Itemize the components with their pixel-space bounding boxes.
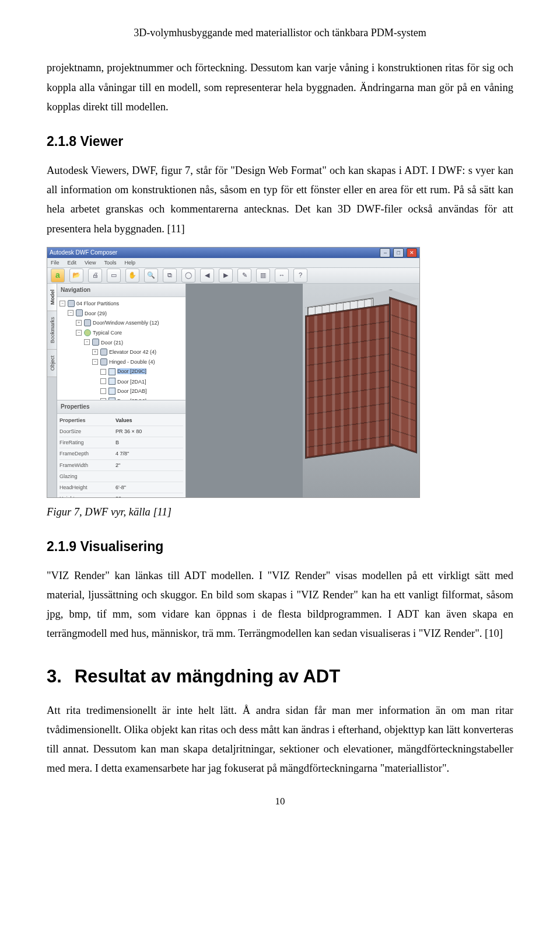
node-icon [92,339,99,346]
property-key: DoorSize [60,427,116,436]
figure-dwf-composer: Autodesk DWF Composer – □ ✕ File Edit Vi… [47,247,420,498]
tree-item[interactable]: +Elevator Door 42 (4) [92,347,184,357]
menu-help[interactable]: Help [124,258,135,267]
props-header-value: Values [116,416,183,425]
tree-item-label: Door (21) [101,339,123,345]
tree-item-label: Door [2DC6] [117,398,146,400]
expand-icon[interactable]: − [60,301,65,306]
node-icon [100,348,107,356]
open-icon[interactable]: 📂 [69,269,83,283]
page-number: 10 [47,793,513,811]
property-value: 6'-8" [116,483,183,492]
property-key: FireRating [60,438,116,447]
heading-3: 3.Resultat av mängdning av ADT [47,660,513,693]
menu-file[interactable]: File [51,258,60,267]
close-icon[interactable]: ✕ [407,248,417,257]
expand-icon[interactable] [100,369,106,375]
intro-paragraph: projektnamn, projektnummer och förteckni… [47,58,513,117]
tree-item[interactable]: −Hinged - Double (4) Door [2D9C] Door [2… [92,357,184,400]
maximize-icon[interactable]: □ [393,248,404,257]
property-row: DoorSizePR 36 × 80 [60,426,183,437]
3d-viewport[interactable] [303,284,419,497]
tree-item-label: Door [2D9C] [117,368,146,374]
app-logo-icon[interactable]: a [51,269,65,283]
property-key: Height [60,494,116,497]
tree-item-label: Door [2DA1] [117,378,146,384]
property-row: HeadHeight6'-8" [60,482,183,493]
property-value: 80 [116,494,183,497]
window-titlebar: Autodesk DWF Composer – □ ✕ [47,248,419,258]
tree-item[interactable]: Door [2DAB] [100,386,184,396]
expand-icon[interactable]: − [92,359,98,365]
expand-icon[interactable] [100,398,106,400]
node-icon [108,398,116,400]
para-219: "VIZ Render" kan länkas till ADT modelle… [47,566,513,644]
node-icon [76,309,83,316]
next-view-icon[interactable]: ▶ [219,269,233,283]
property-row: FrameWidth2" [60,460,183,471]
tree-item[interactable]: −04 Floor Partitions−Door (29)+Door/Wind… [60,298,184,400]
property-key: Glazing [60,472,116,481]
tree-item[interactable]: −Door (29)+Door/Window Assembly (12)−Typ… [68,308,184,400]
sidetab-object[interactable]: Object [47,350,57,377]
expand-icon[interactable] [100,388,106,394]
measure-icon[interactable]: ↔ [275,269,289,283]
property-row: Height80 [60,493,183,497]
navigation-panel: Navigation −04 Floor Partitions−Door (29… [57,284,186,400]
window-buttons: – □ ✕ [379,248,417,258]
node-icon [84,319,91,326]
node-icon [108,378,116,385]
tree-item-label: Hinged - Double (4) [109,359,155,365]
tree-item-label: Door/Window Assembly (12) [93,320,159,326]
print-icon[interactable]: 🖨 [88,269,102,283]
expand-icon[interactable]: + [92,349,98,355]
running-header: 3D-volymhusbyggande med materiallistor o… [47,23,513,42]
help-icon[interactable]: ? [293,269,307,283]
orbit-icon[interactable]: ◯ [181,269,195,283]
tree-item[interactable]: −Door (21)+Elevator Door 42 (4)−Hinged -… [84,337,184,400]
color-icon[interactable]: ▥ [256,269,270,283]
select-icon[interactable]: ▭ [107,269,121,283]
pan-icon[interactable]: ✋ [125,269,139,283]
heading-218: 2.1.8 Viewer [47,130,513,154]
side-tabstrip: Model Bookmarks Object [47,284,57,497]
tree-item[interactable]: +Door/Window Assembly (12) [76,318,184,327]
expand-icon[interactable] [100,378,106,384]
minimize-icon[interactable]: – [380,248,390,257]
node-icon [84,329,91,336]
toolbar: a 📂 🖨 ▭ ✋ 🔍 ⧉ ◯ ◀ ▶ ✎ ▥ ↔ ? [47,268,419,284]
zoom-window-icon[interactable]: ⧉ [163,269,177,283]
building-model [305,286,417,495]
menu-edit[interactable]: Edit [68,258,77,267]
properties-panel: Properties Properties Values DoorSizePR … [57,400,186,497]
expand-icon[interactable]: − [76,330,82,336]
properties-panel-title: Properties [57,400,186,414]
window-title: Autodesk DWF Composer [50,248,117,258]
property-value: 2" [116,461,183,470]
expand-icon[interactable]: − [68,310,74,316]
property-row: Glazing [60,471,183,482]
tree-item[interactable]: Door [2DC6] [100,396,184,400]
property-value: B [116,438,183,447]
tree-item-label: 04 Floor Partitions [76,300,119,306]
heading-219: 2.1.9 Visualisering [47,535,513,559]
tree-item[interactable]: Door [2DA1] [100,377,184,386]
prev-view-icon[interactable]: ◀ [200,269,214,283]
model-tree[interactable]: −04 Floor Partitions−Door (29)+Door/Wind… [57,297,186,400]
expand-icon[interactable]: + [76,320,82,326]
markup-icon[interactable]: ✎ [237,269,251,283]
tree-item-label: Door (29) [85,310,107,316]
menu-tools[interactable]: Tools [104,258,116,267]
sidetab-model[interactable]: Model [47,284,57,311]
tree-item[interactable]: −Typical Core−Door (21)+Elevator Door 42… [76,327,184,400]
expand-icon[interactable]: − [84,339,90,345]
figure-caption: Figur 7, DWF vyr, källa [11] [47,503,513,522]
property-key: HeadHeight [60,483,116,492]
tree-item-label: Elevator Door 42 (4) [109,349,156,355]
para-218: Autodesk Viewers, DWF, figur 7, står för… [47,161,513,239]
sidetab-bookmarks[interactable]: Bookmarks [47,311,57,350]
props-header-key: Properties [60,416,116,425]
menu-view[interactable]: View [85,258,96,267]
zoom-icon[interactable]: 🔍 [144,269,158,283]
tree-item[interactable]: Door [2D9C] [100,367,184,377]
